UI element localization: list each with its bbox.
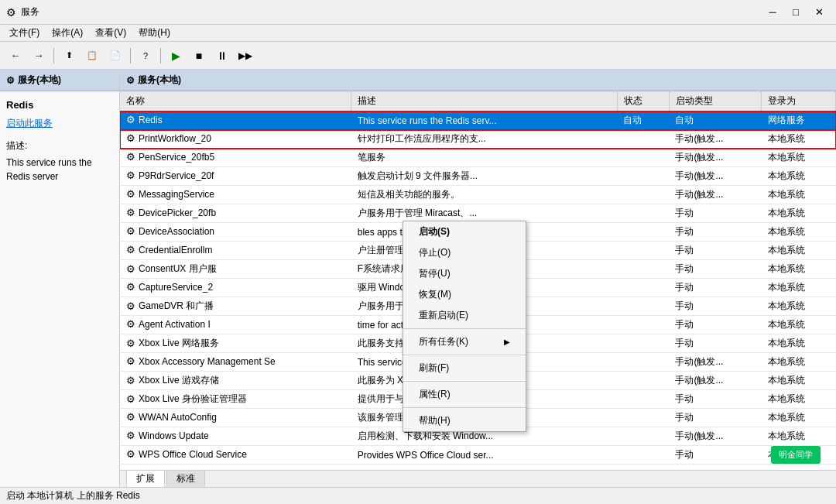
menu-help[interactable]: 帮助(H) xyxy=(132,25,176,41)
service-startup-cell: 手动(触发... xyxy=(669,372,761,390)
table-header-row: 名称 描述 状态 启动类型 登录为 xyxy=(120,91,836,111)
service-name-cell: ⚙PrintWorkflow_20 xyxy=(120,130,275,146)
table-row[interactable]: ⚙RedisThis service runs the Redis serv..… xyxy=(120,111,836,130)
service-name-cell: ⚙CaptureService_2 xyxy=(120,279,275,295)
service-status-cell xyxy=(617,279,669,297)
service-status-cell xyxy=(617,186,669,204)
service-gear-icon: ⚙ xyxy=(126,318,135,330)
service-gear-icon: ⚙ xyxy=(126,448,135,460)
show-button[interactable]: 📋 xyxy=(81,46,103,66)
service-desc-cell: 户服务用于管理 Miracast、... xyxy=(351,204,618,223)
window-title: 服务 xyxy=(21,5,762,19)
menu-action[interactable]: 操作(A) xyxy=(46,25,89,41)
help-button[interactable]: ? xyxy=(135,46,156,66)
service-login-cell: 本地系统 xyxy=(762,316,836,334)
table-row[interactable]: ⚙PrintWorkflow_20针对打印工作流应用程序的支...手动(触发..… xyxy=(120,130,836,149)
context-menu-separator xyxy=(403,328,526,329)
service-startup-cell: 手动 xyxy=(669,242,761,260)
context-menu-item[interactable]: 刷新(F) xyxy=(403,358,526,379)
service-login-cell: 本地系统 xyxy=(762,223,836,242)
desc-label: 描述: xyxy=(6,139,113,153)
minimize-button[interactable]: ─ xyxy=(762,2,783,22)
context-menu-separator xyxy=(403,381,526,382)
col-desc: 描述 xyxy=(351,91,618,111)
tab-standard[interactable]: 标准 xyxy=(166,470,205,487)
export-button[interactable]: 📄 xyxy=(104,46,126,66)
service-startup-cell: 手动(触发... xyxy=(669,186,761,204)
table-row[interactable]: ⚙WPS Office Cloud ServiceProvides WPS Of… xyxy=(120,446,836,465)
table-row[interactable]: ⚙P9RdrService_20f触发启动计划 9 文件服务器...手动(触发.… xyxy=(120,167,836,186)
tab-bar: 扩展 标准 xyxy=(120,470,836,487)
service-status-cell xyxy=(617,297,669,316)
service-name-cell: ⚙WPS Office Cloud Service xyxy=(120,446,275,462)
service-login-cell: 本地系统 xyxy=(762,204,836,223)
service-name-cell: ⚙CredentialEnrollm xyxy=(120,242,275,258)
table-row[interactable]: ⚙MessagingService短信及相关功能的服务。手动(触发...本地系统 xyxy=(120,186,836,204)
col-name: 名称 xyxy=(120,91,351,111)
service-login-cell: 本地系统 xyxy=(762,186,836,204)
start-service-link[interactable]: 启动此服务 xyxy=(6,117,113,130)
context-menu-item[interactable]: 帮助(H) xyxy=(403,410,526,431)
forward-button[interactable]: → xyxy=(28,46,50,66)
service-gear-icon: ⚙ xyxy=(126,170,135,181)
service-gear-icon: ⚙ xyxy=(126,244,135,255)
maximize-button[interactable]: □ xyxy=(785,2,807,22)
context-menu-item[interactable]: 恢复(M) xyxy=(403,284,526,305)
left-panel-content: Redis 启动此服务 描述: This service runs the Re… xyxy=(0,91,119,191)
service-gear-icon: ⚙ xyxy=(126,375,135,386)
back-button[interactable]: ← xyxy=(5,46,26,66)
service-startup-cell: 手动(触发... xyxy=(669,130,761,149)
submenu-arrow-icon: ▶ xyxy=(504,338,510,346)
service-name-cell: ⚙ConsentUX 用户服 xyxy=(120,260,275,278)
service-gear-icon: ⚙ xyxy=(126,338,135,349)
service-login-cell: 本地系统 xyxy=(762,390,836,409)
restart-button[interactable]: ▶▶ xyxy=(235,46,256,66)
service-status-cell xyxy=(617,353,669,372)
service-login-cell: 网络服务 xyxy=(762,111,836,130)
service-status-cell xyxy=(617,223,669,242)
service-gear-icon: ⚙ xyxy=(126,430,135,441)
start-button[interactable]: ▶ xyxy=(165,46,187,66)
context-menu-item[interactable]: 停止(O) xyxy=(403,242,526,263)
service-status-cell xyxy=(617,167,669,186)
pause-button[interactable]: ⏸ xyxy=(211,46,233,66)
tab-expand[interactable]: 扩展 xyxy=(126,470,165,487)
context-menu-item[interactable]: 启动(S) xyxy=(403,221,526,242)
table-row[interactable]: ⚙DevicePicker_20fb户服务用于管理 Miracast、...手动… xyxy=(120,204,836,223)
status-text: 启动 本地计算机 上的服务 Redis xyxy=(6,489,140,502)
service-status-cell xyxy=(617,242,669,260)
context-menu-item[interactable]: 重新启动(E) xyxy=(403,305,526,326)
service-name-cell: ⚙Xbox Live 网络服务 xyxy=(120,334,275,352)
context-menu-item[interactable]: 所有任务(K)▶ xyxy=(403,331,526,352)
service-login-cell: 本地系统 xyxy=(762,297,836,316)
service-status-cell xyxy=(617,149,669,167)
service-name-cell: ⚙Xbox Accessory Management Service xyxy=(120,353,275,369)
service-name-cell: ⚙Agent Activation I xyxy=(120,316,275,332)
menu-view[interactable]: 查看(V) xyxy=(89,25,132,41)
service-desc-cell: This service runs the Redis serv... xyxy=(351,111,618,130)
service-name-cell: ⚙Xbox Live 身份验证管理器 xyxy=(120,390,275,408)
service-startup-cell: 手动(触发... xyxy=(669,353,761,372)
service-name-cell: ⚙PenService_20fb5 xyxy=(120,149,275,165)
service-status-cell xyxy=(617,260,669,279)
service-startup-cell: 手动(触发... xyxy=(669,427,761,446)
close-button[interactable]: ✕ xyxy=(808,2,830,22)
service-login-cell: 本地系统 xyxy=(762,130,836,149)
table-row[interactable]: ⚙PenService_20fb5笔服务手动(触发...本地系统 xyxy=(120,149,836,167)
service-name-cell: ⚙GameDVR 和广播 xyxy=(120,297,275,315)
menu-file[interactable]: 文件(F) xyxy=(3,25,46,41)
context-menu-item[interactable]: 暂停(U) xyxy=(403,263,526,284)
service-gear-icon: ⚙ xyxy=(126,300,135,312)
service-name-cell: ⚙WWAN AutoConfig xyxy=(120,409,275,425)
service-status-cell xyxy=(617,409,669,427)
service-name-cell: ⚙DeviceAssociation xyxy=(120,223,275,239)
service-gear-icon: ⚙ xyxy=(126,411,135,423)
service-login-cell: 本地系统 xyxy=(762,334,836,353)
context-menu-item[interactable]: 属性(R) xyxy=(403,384,526,405)
service-startup-cell: 手动(触发... xyxy=(669,149,761,167)
service-login-cell: 本地系统 xyxy=(762,279,836,297)
up-button[interactable]: ⬆ xyxy=(58,46,80,66)
app-icon: ⚙ xyxy=(6,6,16,19)
stop-button[interactable]: ■ xyxy=(188,46,210,66)
context-menu-separator xyxy=(403,355,526,355)
